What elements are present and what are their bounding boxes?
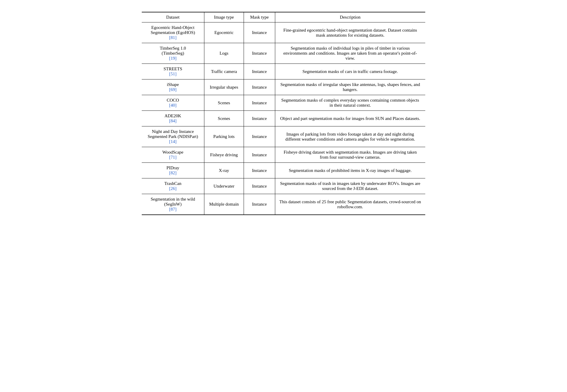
table-row: STREETS[51]Traffic cameraInstanceSegment… [142, 64, 425, 79]
cell-dataset: iShape[69] [142, 79, 204, 95]
header-image-type: Image type [204, 12, 244, 22]
cell-description: Object and part segmentation masks for i… [275, 111, 425, 126]
cell-dataset: ADE20K[84] [142, 111, 204, 126]
cell-dataset: TimberSeg 1.0(TimberSeg)[19] [142, 43, 204, 64]
dataset-ref[interactable]: [71] [169, 155, 177, 160]
cell-dataset: Segmentation in the wild(SegInW)[87] [142, 194, 204, 215]
dataset-name-line2: (SegInW) [164, 202, 182, 206]
dataset-name-line2: Segmentation (EgoHOS) [151, 30, 195, 35]
dataset-ref[interactable]: [40] [169, 103, 177, 108]
cell-dataset: PIDray[82] [142, 163, 204, 178]
cell-image-type: Underwater [204, 178, 244, 194]
cell-mask-type: Instance [244, 79, 275, 95]
dataset-ref[interactable]: [82] [169, 170, 177, 175]
dataset-name-line1: TrashCan [164, 181, 181, 186]
cell-mask-type: Instance [244, 111, 275, 126]
cell-mask-type: Instance [244, 163, 275, 178]
dataset-ref[interactable]: [69] [169, 87, 177, 92]
cell-description: Segmentation masks of individual logs in… [275, 43, 425, 64]
cell-dataset: Night and Day InstanceSegmented Park (ND… [142, 126, 204, 147]
table-row: iShape[69]Irregular shapesInstanceSegmen… [142, 79, 425, 95]
cell-dataset: WoodScape[71] [142, 147, 204, 163]
dataset-name-line1: Egocentric Hand-Object [151, 25, 194, 30]
table-row: PIDray[82]X-rayInstanceSegmentation mask… [142, 163, 425, 178]
cell-mask-type: Instance [244, 22, 275, 43]
dataset-name-line1: PIDray [167, 165, 179, 170]
dataset-name-line2: Segmented Park (NDISPart) [148, 134, 198, 139]
cell-image-type: Irregular shapes [204, 79, 244, 95]
cell-description: Fisheye driving dataset with segmentatio… [275, 147, 425, 163]
dataset-name-line1: STREETS [164, 66, 182, 71]
table-row: WoodScape[71]Fisheye drivingInstanceFish… [142, 147, 425, 163]
dataset-ref[interactable]: [84] [169, 118, 177, 123]
header-mask-type: Mask type [244, 12, 275, 22]
cell-image-type: Scenes [204, 95, 244, 111]
dataset-ref[interactable]: [51] [169, 71, 177, 76]
cell-description: Fine-grained egocentric hand-object segm… [275, 22, 425, 43]
cell-description: Segmentation masks of irregular shapes l… [275, 79, 425, 95]
cell-dataset: TrashCan[26] [142, 178, 204, 194]
table-container: Dataset Image type Mask type Description… [142, 12, 425, 215]
dataset-name-line1: Night and Day Instance [152, 129, 194, 134]
table-row: COCO[40]ScenesInstanceSegmentation masks… [142, 95, 425, 111]
dataset-name-line2: (TimberSeg) [162, 51, 184, 56]
dataset-ref[interactable]: [81] [169, 35, 177, 40]
cell-image-type: Traffic camera [204, 64, 244, 79]
cell-description: Segmentation masks of complex everyday s… [275, 95, 425, 111]
cell-dataset: Egocentric Hand-ObjectSegmentation (EgoH… [142, 22, 204, 43]
dataset-ref[interactable]: [87] [169, 207, 177, 212]
dataset-name-line1: iShape [167, 82, 179, 87]
cell-description: Segmentation masks of cars in traffic ca… [275, 64, 425, 79]
cell-description: This dataset consists of 25 free public … [275, 194, 425, 215]
dataset-ref[interactable]: [14] [169, 139, 177, 144]
dataset-name-line1: Segmentation in the wild [151, 197, 195, 201]
header-description: Description [275, 12, 425, 22]
table-row: TrashCan[26]UnderwaterInstanceSegmentati… [142, 178, 425, 194]
cell-mask-type: Instance [244, 147, 275, 163]
dataset-table: Dataset Image type Mask type Description… [142, 12, 425, 215]
cell-image-type: X-ray [204, 163, 244, 178]
cell-mask-type: Instance [244, 95, 275, 111]
cell-dataset: COCO[40] [142, 95, 204, 111]
dataset-name-line1: COCO [167, 98, 179, 103]
cell-description: Images of parking lots from video footag… [275, 126, 425, 147]
table-row: Segmentation in the wild(SegInW)[87]Mult… [142, 194, 425, 215]
cell-description: Segmentation masks of prohibited items i… [275, 163, 425, 178]
cell-image-type: Multiple domain [204, 194, 244, 215]
table-row: TimberSeg 1.0(TimberSeg)[19]LogsInstance… [142, 43, 425, 64]
cell-dataset: STREETS[51] [142, 64, 204, 79]
dataset-name-line1: ADE20K [164, 113, 181, 118]
cell-mask-type: Instance [244, 178, 275, 194]
cell-mask-type: Instance [244, 64, 275, 79]
cell-mask-type: Instance [244, 194, 275, 215]
dataset-name-line1: WoodScape [162, 150, 183, 154]
dataset-name-line1: TimberSeg 1.0 [160, 46, 186, 51]
cell-mask-type: Instance [244, 43, 275, 64]
cell-image-type: Parking lots [204, 126, 244, 147]
cell-image-type: Logs [204, 43, 244, 64]
dataset-ref[interactable]: [19] [169, 56, 177, 61]
cell-mask-type: Instance [244, 126, 275, 147]
dataset-ref[interactable]: [26] [169, 186, 177, 191]
table-row: Egocentric Hand-ObjectSegmentation (EgoH… [142, 22, 425, 43]
table-row: ADE20K[84]ScenesInstanceObject and part … [142, 111, 425, 126]
table-row: Night and Day InstanceSegmented Park (ND… [142, 126, 425, 147]
cell-description: Segmentation masks of trash in images ta… [275, 178, 425, 194]
header-dataset: Dataset [142, 12, 204, 22]
cell-image-type: Scenes [204, 111, 244, 126]
cell-image-type: Egocentric [204, 22, 244, 43]
table-header-row: Dataset Image type Mask type Description [142, 12, 425, 22]
cell-image-type: Fisheye driving [204, 147, 244, 163]
